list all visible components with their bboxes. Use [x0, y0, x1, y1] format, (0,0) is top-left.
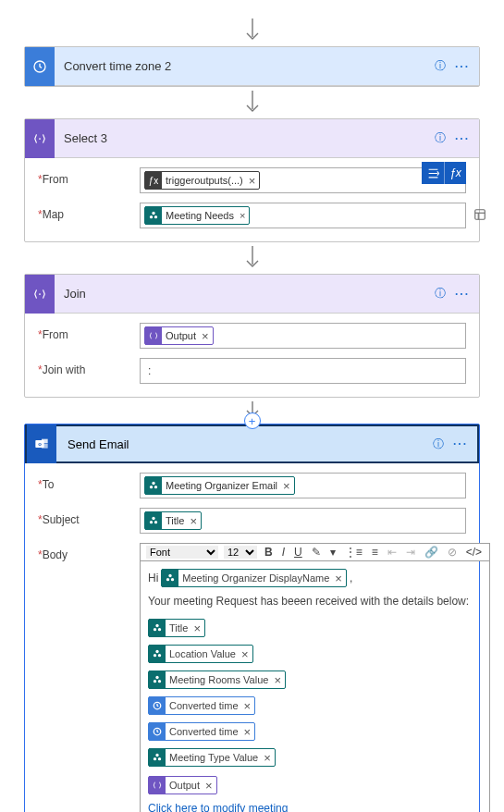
card-title: Select 3 — [64, 131, 435, 145]
remove-token-icon[interactable]: × — [274, 673, 281, 687]
from-input[interactable]: ƒx triggeroutputs(...) × — [140, 167, 466, 193]
highlight-button[interactable]: ▾ — [328, 546, 338, 559]
svg-point-6 — [154, 215, 157, 218]
token-output[interactable]: Output× — [148, 776, 217, 794]
body-text: Hi — [148, 572, 158, 584]
help-icon[interactable]: ⓘ — [435, 130, 446, 146]
card-title: Join — [64, 287, 435, 301]
clock-icon — [149, 722, 166, 741]
card-header[interactable]: Select 3 ⓘ ··· — [25, 119, 479, 158]
token-meeting-needs[interactable]: Meeting Needs × — [144, 206, 250, 225]
card-join[interactable]: Join ⓘ ··· *From Output × — [24, 274, 480, 398]
number-list-button[interactable]: ≡ — [370, 546, 380, 559]
unlink-button[interactable]: ⊘ — [446, 546, 459, 559]
svg-point-32 — [155, 676, 158, 679]
help-icon[interactable]: ⓘ — [435, 58, 446, 74]
card-header[interactable]: Convert time zone 2 ⓘ ··· — [25, 47, 479, 86]
remove-token-icon[interactable]: × — [244, 699, 252, 713]
expression-button[interactable]: ƒx — [444, 162, 466, 184]
more-menu[interactable]: ··· — [455, 132, 470, 145]
clock-icon — [25, 47, 55, 86]
label-to: To — [43, 478, 55, 491]
svg-point-4 — [152, 212, 154, 215]
connector-arrow — [17, 246, 487, 272]
remove-token-icon[interactable]: × — [190, 514, 197, 528]
data-op-icon — [25, 119, 55, 158]
svg-point-26 — [155, 624, 158, 627]
join-from-input[interactable]: Output × — [140, 323, 466, 349]
remove-token-icon[interactable]: × — [241, 647, 249, 661]
card-convert-time-zone[interactable]: Convert time zone 2 ⓘ ··· — [24, 46, 480, 87]
svg-point-33 — [154, 680, 156, 683]
svg-point-5 — [150, 215, 153, 218]
data-op-icon — [149, 776, 166, 794]
token-converted-time[interactable]: Converted time× — [148, 696, 255, 715]
token-rooms[interactable]: Meeting Rooms Value× — [148, 671, 286, 689]
sharepoint-icon — [149, 748, 166, 767]
remove-token-icon[interactable]: × — [249, 174, 256, 188]
underline-button[interactable]: U — [292, 546, 304, 559]
add-action-button[interactable]: + — [244, 412, 261, 429]
card-select[interactable]: Select 3 ⓘ ··· *From ƒx triggeroutputs(.… — [24, 118, 480, 242]
map-input[interactable]: Meeting Needs × — [140, 203, 466, 228]
bold-button[interactable]: B — [263, 546, 275, 559]
card-header[interactable]: o ⓘ ··· — [25, 424, 479, 463]
card-header[interactable]: Join ⓘ ··· — [25, 275, 479, 314]
italic-button[interactable]: I — [280, 546, 287, 559]
token-location[interactable]: Location Value× — [148, 645, 253, 663]
svg-point-11 — [39, 293, 41, 295]
body-editor[interactable]: Hi Meeting Organizer DisplayName × , You… — [140, 560, 490, 812]
remove-token-icon[interactable]: × — [264, 751, 271, 765]
join-with-input[interactable]: : — [140, 358, 466, 384]
connector-arrow — [17, 18, 487, 44]
token-triggeroutputs[interactable]: ƒx triggeroutputs(...) × — [144, 171, 260, 190]
indent-button[interactable]: ⇥ — [404, 546, 417, 559]
svg-point-29 — [155, 650, 158, 653]
font-size-select[interactable]: 12 — [224, 546, 257, 559]
sharepoint-icon — [145, 511, 162, 530]
outdent-button[interactable]: ⇤ — [386, 546, 399, 559]
help-icon[interactable]: ⓘ — [433, 437, 444, 452]
more-menu[interactable]: ··· — [455, 288, 470, 301]
font-select[interactable]: Font — [146, 546, 218, 559]
token-output[interactable]: Output × — [144, 326, 214, 345]
label-from: From — [43, 173, 68, 186]
card-title-field[interactable] — [66, 434, 433, 455]
modify-meeting-link[interactable]: Click here to modify meeting — [148, 802, 288, 812]
card-title: Convert time zone 2 — [64, 59, 435, 73]
to-input[interactable]: Meeting Organizer Email × — [140, 473, 466, 498]
remove-token-icon[interactable]: × — [335, 572, 342, 585]
dynamic-content-button[interactable] — [422, 162, 444, 184]
token-organizer-email[interactable]: Meeting Organizer Email × — [144, 476, 295, 495]
help-icon[interactable]: ⓘ — [435, 286, 446, 301]
label-subject: Subject — [43, 513, 80, 526]
link-button[interactable]: 🔗 — [423, 546, 440, 559]
remove-token-icon[interactable]: × — [240, 210, 245, 221]
remove-token-icon[interactable]: × — [202, 329, 209, 343]
more-menu[interactable]: ··· — [453, 437, 468, 450]
color-button[interactable]: ✎ — [310, 546, 323, 559]
svg-point-20 — [152, 517, 154, 520]
sharepoint-icon — [145, 206, 162, 225]
sharepoint-icon — [149, 671, 166, 689]
token-converted-time[interactable]: Converted time× — [148, 722, 255, 741]
remove-token-icon[interactable]: × — [283, 479, 290, 493]
token-meeting-type[interactable]: Meeting Type Value× — [148, 748, 276, 767]
token-title[interactable]: Title× — [148, 619, 205, 637]
remove-token-icon[interactable]: × — [205, 779, 213, 793]
more-menu[interactable]: ··· — [455, 60, 470, 73]
svg-point-28 — [158, 628, 161, 631]
remove-token-icon[interactable]: × — [244, 725, 252, 739]
bullet-list-button[interactable]: ⋮≡ — [343, 546, 364, 559]
code-view-button[interactable]: </> — [464, 546, 484, 559]
card-title-input[interactable] — [66, 434, 433, 455]
body-text: , — [350, 572, 352, 584]
label-from: From — [43, 328, 68, 341]
token-title[interactable]: Title × — [144, 511, 202, 530]
token-organizer-name[interactable]: Meeting Organizer DisplayName × — [161, 569, 347, 587]
clock-icon — [149, 696, 166, 715]
switch-mode-icon[interactable] — [473, 208, 486, 224]
subject-input[interactable]: Title × — [140, 508, 466, 534]
card-send-email[interactable]: o ⓘ ··· *To Meeting Organizer Email × — [24, 424, 480, 812]
remove-token-icon[interactable]: × — [193, 621, 201, 635]
